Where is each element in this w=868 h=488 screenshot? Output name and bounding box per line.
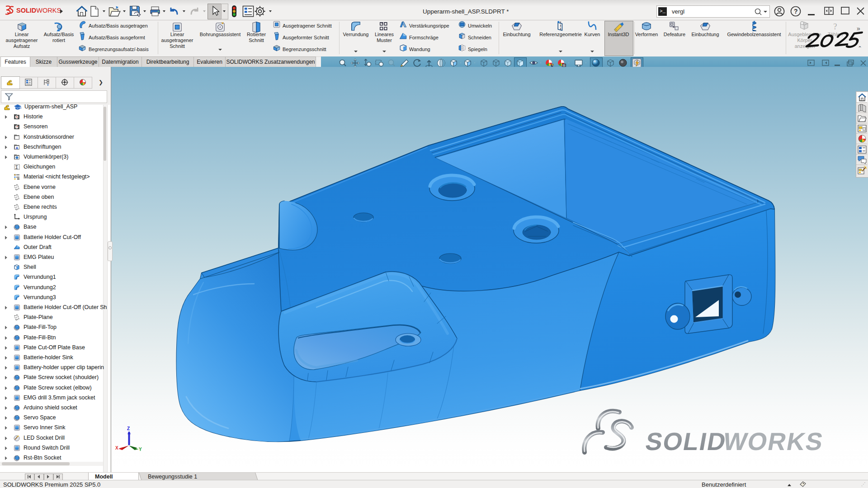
svg-text:A: A (16, 146, 19, 150)
svg-text:SOLID: SOLID (643, 427, 729, 455)
svg-text:Z: Z (127, 426, 130, 431)
svg-text:Y: Y (139, 447, 142, 452)
svg-text:WORKS: WORKS (721, 427, 826, 455)
svg-text:Σ: Σ (15, 165, 18, 170)
svg-text:X: X (115, 446, 118, 450)
